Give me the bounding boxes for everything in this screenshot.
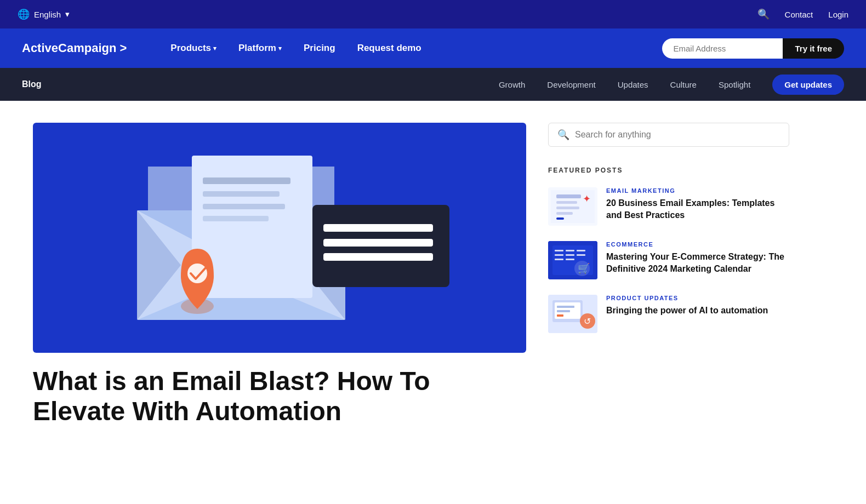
nav-right: Try it free xyxy=(662,38,844,59)
nav-products[interactable]: Products ▾ xyxy=(159,43,227,54)
post-1-category: EMAIL MARKETING xyxy=(606,187,789,194)
ecommerce-thumb-illustration: 🛒 xyxy=(548,241,597,279)
nav-links: Products ▾ Platform ▾ Pricing Request de… xyxy=(159,43,662,54)
platform-chevron: ▾ xyxy=(278,45,282,52)
svg-rect-28 xyxy=(555,250,563,251)
svg-rect-22 xyxy=(556,207,579,209)
nav-platform[interactable]: Platform ▾ xyxy=(227,43,293,54)
svg-rect-33 xyxy=(577,254,585,256)
nav-request-demo[interactable]: Request demo xyxy=(346,43,432,54)
svg-rect-10 xyxy=(203,204,285,209)
content-area: What is an Email Blast? How To Elevate W… xyxy=(0,101,866,448)
hero-image xyxy=(33,123,526,353)
get-updates-button[interactable]: Get updates xyxy=(772,75,844,95)
svg-text:↺: ↺ xyxy=(584,317,591,326)
svg-rect-14 xyxy=(323,224,433,232)
svg-rect-29 xyxy=(566,250,574,251)
nav-growth[interactable]: Growth xyxy=(490,80,534,89)
svg-rect-9 xyxy=(203,191,280,197)
svg-rect-21 xyxy=(556,201,577,204)
contact-link[interactable]: Contact xyxy=(785,10,813,19)
hero-illustration xyxy=(33,123,526,353)
post-3-category: PRODUCT UPDATES xyxy=(606,295,789,301)
search-box: 🔍 xyxy=(548,123,789,147)
svg-rect-8 xyxy=(203,177,290,184)
nav-updates[interactable]: Updates xyxy=(609,80,657,89)
svg-text:✦: ✦ xyxy=(583,193,591,204)
svg-rect-32 xyxy=(566,254,574,256)
post-thumb-ecommerce: 🛒 xyxy=(548,241,597,279)
login-link[interactable]: Login xyxy=(828,10,848,19)
email-try-wrapper: Try it free xyxy=(662,38,844,59)
search-input[interactable] xyxy=(575,130,780,140)
products-chevron: ▾ xyxy=(213,45,216,52)
svg-rect-16 xyxy=(323,253,433,261)
svg-rect-15 xyxy=(323,239,433,247)
post-3-content: PRODUCT UPDATES Bringing the power of AI… xyxy=(606,295,789,317)
svg-rect-25 xyxy=(556,217,564,220)
search-icon[interactable]: 🔍 xyxy=(757,8,770,20)
utility-bar: 🌐 English ▾ 🔍 Contact Login xyxy=(0,0,866,28)
blog-nav-links: Growth Development Updates Culture Spotl… xyxy=(490,75,844,95)
post-thumb-product-updates: ↺ xyxy=(548,295,597,333)
main-nav: ActiveCampaign > Products ▾ Platform ▾ P… xyxy=(0,28,866,68)
svg-rect-30 xyxy=(577,250,585,251)
post-2-category: ECOMMERCE xyxy=(606,241,789,248)
svg-rect-43 xyxy=(557,314,563,317)
blog-label: Blog xyxy=(22,79,42,89)
try-it-free-button[interactable]: Try it free xyxy=(783,38,844,59)
logo[interactable]: ActiveCampaign > xyxy=(22,41,127,55)
svg-rect-34 xyxy=(555,259,563,260)
blog-nav: Blog Growth Development Updates Culture … xyxy=(0,68,866,101)
language-selector[interactable]: 🌐 English ▾ xyxy=(18,8,70,20)
svg-rect-41 xyxy=(557,306,574,308)
language-label: English xyxy=(34,10,61,19)
svg-text:🛒: 🛒 xyxy=(578,262,590,274)
search-box-icon: 🔍 xyxy=(557,129,569,141)
featured-posts-label: FEATURED POSTS xyxy=(548,167,789,174)
main-article: What is an Email Blast? How To Elevate W… xyxy=(33,123,526,426)
svg-rect-35 xyxy=(566,259,574,260)
featured-post-3: ↺ PRODUCT UPDATES Bringing the power of … xyxy=(548,295,789,333)
globe-icon: 🌐 xyxy=(18,8,30,20)
post-1-content: EMAIL MARKETING 20 Business Email Exampl… xyxy=(606,187,789,222)
nav-pricing[interactable]: Pricing xyxy=(293,43,346,54)
post-thumb-email-marketing: ✦ xyxy=(548,187,597,226)
svg-rect-20 xyxy=(556,194,581,198)
email-field[interactable] xyxy=(662,38,783,59)
nav-culture[interactable]: Culture xyxy=(662,80,705,89)
language-chevron: ▾ xyxy=(65,9,70,19)
nav-development[interactable]: Development xyxy=(538,80,604,89)
svg-rect-42 xyxy=(557,310,570,312)
utility-right: 🔍 Contact Login xyxy=(757,8,848,20)
svg-rect-31 xyxy=(555,254,563,256)
featured-post-2: 🛒 ECOMMERCE Mastering Your E-Commerce St… xyxy=(548,241,789,279)
post-2-title[interactable]: Mastering Your E-Commerce Strategy: The … xyxy=(606,251,789,276)
nav-spotlight[interactable]: Spotlight xyxy=(710,80,759,89)
article-title: What is an Email Blast? How To Elevate W… xyxy=(33,366,526,426)
post-3-title[interactable]: Bringing the power of AI to automation xyxy=(606,305,789,317)
svg-rect-11 xyxy=(203,216,269,221)
svg-rect-23 xyxy=(556,212,573,215)
sidebar: 🔍 FEATURED POSTS ✦ xyxy=(548,123,789,348)
post-1-title[interactable]: 20 Business Email Examples: Templates an… xyxy=(606,197,789,222)
post-2-content: ECOMMERCE Mastering Your E-Commerce Stra… xyxy=(606,241,789,276)
email-thumb-illustration: ✦ xyxy=(551,190,595,223)
featured-post-1: ✦ EMAIL MARKETING 20 Business Email Exam… xyxy=(548,187,789,226)
product-thumb-illustration: ↺ xyxy=(548,295,597,333)
